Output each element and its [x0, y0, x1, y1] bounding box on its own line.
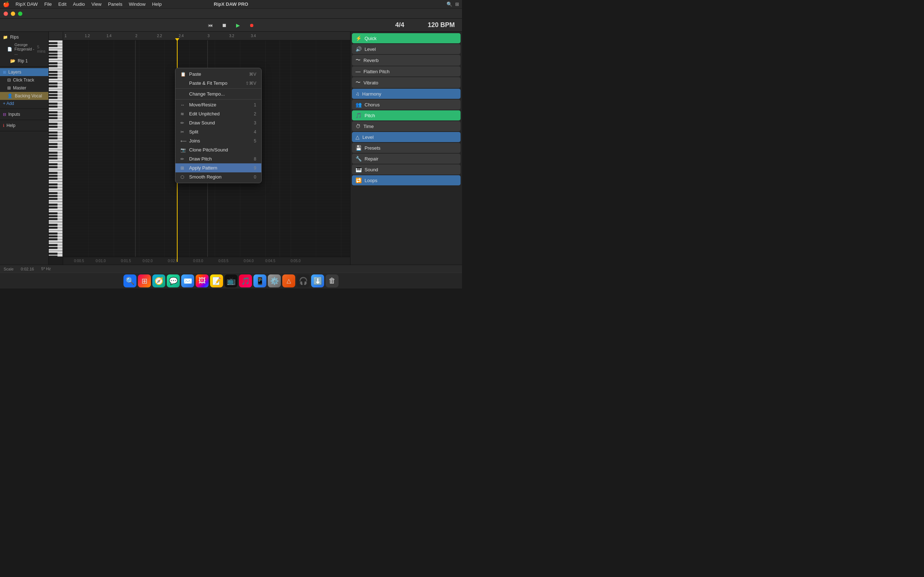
- vibrato-button[interactable]: 〜 Vibrato: [352, 77, 460, 88]
- ctx-draw-pitch-label: Draw Pitch: [189, 156, 251, 161]
- dock: 🔍 ⊞ 🧭 💬 ✉️ 🖼 📝 📺 🎵 📱 ⚙️ △ 🎧 ⬇️ 🗑: [0, 272, 462, 288]
- dock-safari[interactable]: 🧭: [152, 274, 165, 287]
- menu-edit[interactable]: Edit: [56, 1, 69, 8]
- bpm-display: 120 BPM: [428, 21, 455, 29]
- statusbar: Scale 0:02.16 5⁴ Hz: [0, 265, 462, 272]
- ctx-split[interactable]: ✂ Split 4: [175, 127, 261, 136]
- ctx-edit-unpitched[interactable]: ≋ Edit Unpitched 2: [175, 109, 261, 118]
- dock-appstore[interactable]: 📱: [254, 274, 267, 287]
- pitch-button[interactable]: 🎵 Pitch: [352, 110, 460, 121]
- menu-panels[interactable]: Panels: [105, 1, 125, 8]
- stop-button[interactable]: ⏹: [220, 21, 229, 30]
- presets-button[interactable]: 💾 Presets: [352, 143, 460, 153]
- sound-button[interactable]: 🎹 Sound: [352, 164, 460, 174]
- main-editor: 1 1.2 1.4 2 2.2 2.4 3 3.2 3.4 0:00.5 0:0…: [63, 32, 350, 272]
- sidebar-song[interactable]: 📄 George Fitzgerald - ... 5 mins: [0, 41, 48, 57]
- dock-finder[interactable]: 🔍: [123, 274, 136, 287]
- sidebar-help[interactable]: ℹ Help: [0, 121, 48, 129]
- rewind-button[interactable]: ⏮: [206, 21, 215, 30]
- dock-trash[interactable]: 🗑: [326, 274, 339, 287]
- pitch-icon: 🎵: [355, 113, 362, 118]
- folder-icon: 📁: [3, 35, 8, 40]
- ctx-move-resize[interactable]: ↔ Move/Resize 1: [175, 100, 261, 109]
- minimize-button[interactable]: [11, 11, 15, 16]
- mark-3-4: 3.4: [251, 34, 256, 38]
- ctx-paste-fit-label: Paste & Fit Tempo: [189, 81, 242, 86]
- ctx-draw-sound[interactable]: ✏ Draw Sound 3: [175, 118, 261, 127]
- safari-icon: 🧭: [155, 277, 163, 285]
- dock-photos[interactable]: 🖼: [195, 274, 208, 287]
- menu-view[interactable]: View: [89, 1, 104, 8]
- transport-bar: ⏮ ⏹ ▶ ⏺ 4/4 120 BPM: [0, 19, 462, 32]
- time-button[interactable]: ⏱ Time: [352, 121, 460, 131]
- dock-messages[interactable]: 💬: [167, 274, 180, 287]
- mark-2-4: 2.4: [179, 34, 184, 38]
- dock-downloads[interactable]: ⬇️: [311, 274, 324, 287]
- quick-icon: ⚡: [355, 35, 362, 41]
- apple-menu[interactable]: 🍎: [3, 1, 10, 8]
- ctx-paste[interactable]: 📋 Paste ⌘V: [175, 69, 261, 79]
- search-icon[interactable]: 🔍: [446, 2, 452, 7]
- master-label: Master: [13, 85, 26, 90]
- chorus-button[interactable]: 👥 Chorus: [352, 100, 460, 110]
- inputs-label: Inputs: [8, 112, 20, 117]
- menu-ripx[interactable]: RipX DAW: [13, 1, 41, 8]
- ctx-paste-fit[interactable]: Paste & Fit Tempo ⇧⌘V: [175, 79, 261, 88]
- level2-button[interactable]: △ Level: [352, 132, 460, 142]
- right-panel: ⚡ Quick 🔊 Level 〜 Reverb — Flatten Pitch…: [350, 32, 462, 272]
- dock-headphones[interactable]: 🎧: [297, 274, 310, 287]
- level2-icon: △: [355, 134, 360, 140]
- dock-sysprefs[interactable]: ⚙️: [268, 274, 281, 287]
- repair-label: Repair: [365, 156, 378, 161]
- ctx-apply-pattern-label: Apply Pattern: [189, 165, 251, 171]
- repair-icon: 🔧: [355, 156, 362, 161]
- level-button[interactable]: 🔊 Level: [352, 44, 460, 54]
- flatten-pitch-button[interactable]: — Flatten Pitch: [352, 66, 460, 76]
- menu-window[interactable]: Window: [126, 1, 149, 8]
- click-track-icon: ⊟: [7, 77, 11, 82]
- maximize-button[interactable]: [18, 11, 23, 16]
- reverb-label: Reverb: [363, 58, 379, 63]
- dock-notes[interactable]: 📝: [210, 274, 223, 287]
- reverb-button[interactable]: 〜 Reverb: [352, 55, 460, 66]
- dock-tv[interactable]: 📺: [225, 274, 237, 287]
- draw-pitch-icon: ✏: [181, 156, 186, 161]
- control-center-icon[interactable]: ⊞: [455, 2, 459, 7]
- dock-music[interactable]: 🎵: [239, 274, 252, 287]
- quick-button[interactable]: ⚡ Quick: [352, 33, 460, 43]
- ctx-joins[interactable]: ⟵ Joins 5: [175, 136, 261, 145]
- level-icon: 🔊: [355, 46, 362, 52]
- menu-audio[interactable]: Audio: [70, 1, 88, 8]
- sidebar-master[interactable]: ⊞ Master: [0, 84, 48, 92]
- ctx-smooth-region[interactable]: ⬡ Smooth Region 0: [175, 172, 261, 181]
- harmony-button[interactable]: ♫ Harmony: [352, 89, 460, 99]
- sidebar-inputs[interactable]: ⊟ Inputs: [0, 110, 48, 118]
- ctx-clone-pitch[interactable]: 📷 Clone Pitch/Sound: [175, 145, 261, 154]
- close-button[interactable]: [3, 11, 8, 16]
- dock-launchpad[interactable]: ⊞: [138, 274, 151, 287]
- rip1-label: Rip 1: [18, 58, 28, 63]
- sidebar-rips[interactable]: 📁 Rips: [0, 33, 48, 41]
- sidebar-backing-vocal[interactable]: 👤 Backing Vocal: [0, 92, 48, 100]
- ctx-clone-pitch-label: Clone Pitch/Sound: [189, 147, 254, 153]
- menu-help[interactable]: Help: [149, 1, 165, 8]
- repair-button[interactable]: 🔧 Repair: [352, 154, 460, 164]
- ctx-draw-pitch[interactable]: ✏ Draw Pitch 8: [175, 154, 261, 163]
- sidebar-rip1[interactable]: 📂 Rip 1: [0, 57, 48, 65]
- ctx-paste-fit-shortcut: ⇧⌘V: [246, 81, 256, 86]
- master-icon: ⊞: [7, 85, 11, 90]
- record-button[interactable]: ⏺: [247, 21, 256, 30]
- loops-button[interactable]: 🔁 Loops: [352, 175, 460, 185]
- play-button[interactable]: ▶: [233, 21, 242, 30]
- menu-file[interactable]: File: [42, 1, 55, 8]
- sidebar-click-track[interactable]: ⊟ Click Track: [0, 76, 48, 84]
- dock-affinity[interactable]: △: [282, 274, 295, 287]
- sidebar-layers[interactable]: ⊞ Layers: [0, 68, 48, 76]
- mail-icon: ✉️: [183, 277, 192, 285]
- add-layer-button[interactable]: + Add: [0, 100, 48, 107]
- ctx-split-label: Split: [189, 129, 251, 134]
- ctx-apply-pattern[interactable]: ⊞ Apply Pattern 9: [175, 163, 261, 172]
- dock-mail[interactable]: ✉️: [181, 274, 194, 287]
- mark-1-4: 1.4: [107, 34, 111, 38]
- ctx-change-tempo[interactable]: Change Tempo...: [175, 89, 261, 98]
